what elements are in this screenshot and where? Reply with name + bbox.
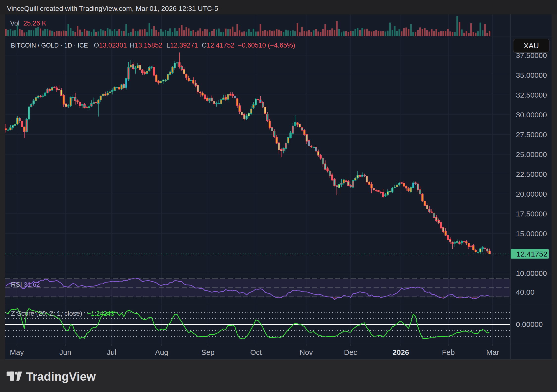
svg-text:2026: 2026 (393, 348, 409, 356)
svg-text:Nov: Nov (300, 348, 313, 356)
svg-text:32.50000: 32.50000 (516, 91, 547, 99)
svg-text:O13.02301: O13.02301 (94, 42, 127, 49)
svg-text:17.50000: 17.50000 (516, 210, 547, 218)
svg-text:Oct: Oct (250, 348, 262, 356)
svg-text:C12.41752: C12.41752 (202, 42, 234, 49)
svg-text:May: May (10, 348, 24, 356)
svg-text:25.26 K: 25.26 K (23, 20, 46, 27)
svg-text:35.00000: 35.00000 (516, 71, 547, 79)
svg-text:15.00000: 15.00000 (516, 230, 547, 238)
svg-text:−1.24243: −1.24243 (87, 310, 114, 317)
svg-text:Mar: Mar (486, 348, 499, 356)
svg-text:Sep: Sep (201, 348, 214, 356)
svg-text:XAU: XAU (524, 42, 539, 50)
svg-text:22.50000: 22.50000 (516, 170, 547, 178)
svg-text:Aug: Aug (155, 348, 168, 356)
svg-text:Dec: Dec (344, 348, 357, 356)
svg-text:0.00000: 0.00000 (516, 320, 543, 328)
svg-text:Jul: Jul (107, 348, 116, 356)
svg-text:40.00: 40.00 (516, 288, 534, 296)
svg-text:H13.15852: H13.15852 (130, 42, 162, 49)
svg-text:31.62: 31.62 (24, 281, 40, 288)
svg-text:Feb: Feb (442, 348, 455, 356)
svg-text:VinceQuill created with Tradin: VinceQuill created with TradingView.com,… (7, 5, 218, 12)
svg-text:25.00000: 25.00000 (516, 150, 547, 158)
svg-text:27.50000: 27.50000 (516, 131, 547, 139)
svg-text:Vol: Vol (10, 20, 20, 27)
svg-text:12.41752: 12.41752 (516, 250, 547, 258)
svg-text:−0.60510 (−4.65%): −0.60510 (−4.65%) (238, 42, 295, 49)
svg-text:Jun: Jun (59, 348, 71, 356)
svg-text:Z Score (20, 2, 1, close): Z Score (20, 2, 1, close) (11, 310, 82, 317)
svg-text:30.00000: 30.00000 (516, 111, 547, 119)
svg-text:RSI: RSI (11, 281, 22, 288)
svg-text:10.00000: 10.00000 (516, 269, 547, 277)
svg-text:TradingView: TradingView (26, 370, 96, 383)
svg-text:L12.39271: L12.39271 (166, 42, 198, 49)
svg-text:BITCOIN / GOLD · 1D · ICE: BITCOIN / GOLD · 1D · ICE (11, 42, 88, 49)
svg-text:20.00000: 20.00000 (516, 190, 547, 198)
